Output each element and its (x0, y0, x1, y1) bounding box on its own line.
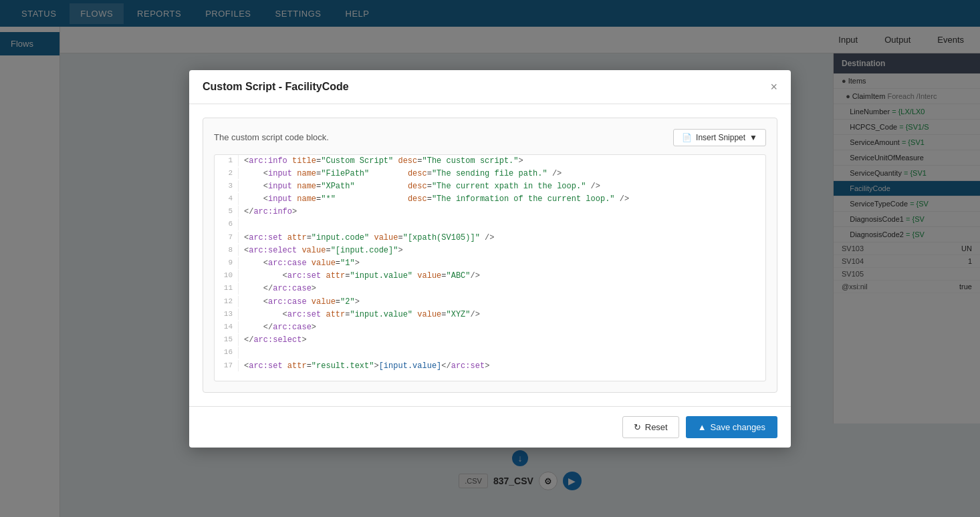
code-line-17: 17 <arc:set attr="result.text">[input.va… (215, 360, 765, 373)
code-line-5: 5 </arc:info> (215, 206, 765, 218)
modal-footer: ↻ Reset ▲ Save changes (189, 406, 791, 448)
code-line-8: 8 <arc:select value="[input.code]"> (215, 244, 765, 257)
save-label: Save changes (711, 422, 765, 432)
insert-snippet-button[interactable]: 📄 Insert Snippet ▼ (673, 129, 766, 146)
save-icon: ▲ (698, 422, 707, 432)
code-block-container: The custom script code block. 📄 Insert S… (203, 118, 777, 393)
modal-title: Custom Script - FacilityCode (203, 81, 349, 93)
custom-script-modal: Custom Script - FacilityCode × The custo… (189, 70, 791, 448)
code-line-3: 3 <input name="XPath" desc="The current … (215, 180, 765, 193)
modal-body: The custom script code block. 📄 Insert S… (189, 104, 791, 406)
code-line-12: 12 <arc:case value="2"> (215, 296, 765, 309)
reset-button[interactable]: ↻ Reset (622, 416, 679, 438)
snippet-icon: 📄 (682, 133, 692, 142)
code-line-1: 1 <arc:info title="Custom Script" desc="… (215, 155, 765, 168)
code-line-13: 13 <arc:set attr="input.value" value="XY… (215, 309, 765, 321)
code-description: The custom script code block. (214, 132, 329, 142)
code-line-16: 16 (215, 347, 765, 359)
modal-overlay: Custom Script - FacilityCode × The custo… (0, 0, 980, 517)
reset-icon: ↻ (634, 422, 641, 432)
code-line-9: 9 <arc:case value="1"> (215, 257, 765, 270)
reset-label: Reset (645, 422, 668, 432)
code-line-4: 4 <input name="*" desc="The information … (215, 193, 765, 206)
code-line-6: 6 (215, 218, 765, 231)
code-line-11: 11 </arc:case> (215, 283, 765, 295)
save-changes-button[interactable]: ▲ Save changes (686, 416, 777, 438)
code-line-10: 10 <arc:set attr="input.value" value="AB… (215, 270, 765, 283)
code-line-2: 2 <input name="FilePath" desc="The sendi… (215, 168, 765, 180)
modal-close-button[interactable]: × (770, 81, 777, 93)
insert-snippet-label: Insert Snippet (696, 133, 745, 142)
code-line-15: 15 </arc:select> (215, 334, 765, 347)
modal-header: Custom Script - FacilityCode × (189, 70, 791, 104)
code-block-header: The custom script code block. 📄 Insert S… (214, 129, 766, 146)
code-line-14: 14 </arc:case> (215, 321, 765, 334)
code-editor[interactable]: 1 <arc:info title="Custom Script" desc="… (214, 154, 766, 381)
chevron-down-icon: ▼ (749, 133, 757, 142)
code-line-7: 7 <arc:set attr="input.code" value="[xpa… (215, 232, 765, 244)
